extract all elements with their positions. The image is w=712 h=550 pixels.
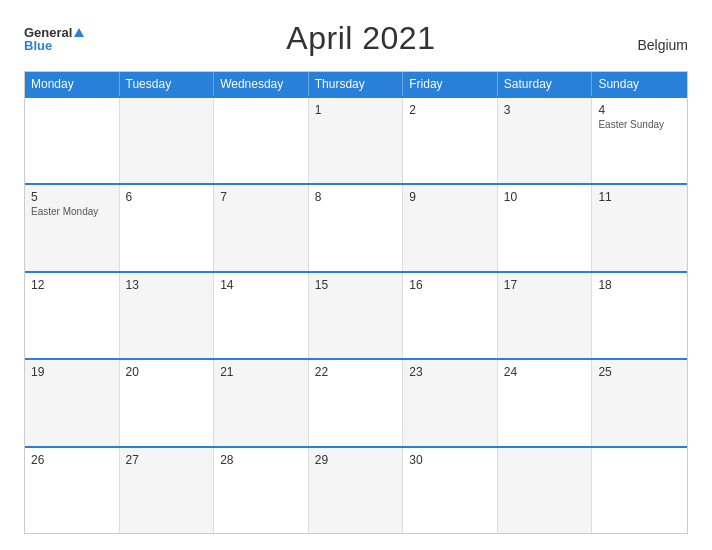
week-row-2: 5Easter Monday67891011 — [25, 183, 687, 270]
logo-triangle-icon — [74, 28, 84, 37]
day-number: 18 — [598, 278, 681, 292]
week-row-4: 19202122232425 — [25, 358, 687, 445]
day-header-saturday: Saturday — [498, 72, 593, 96]
day-number: 21 — [220, 365, 302, 379]
calendar-grid: MondayTuesdayWednesdayThursdayFridaySatu… — [24, 71, 688, 534]
day-number: 15 — [315, 278, 397, 292]
day-cell: 16 — [403, 273, 498, 358]
day-cell: 5Easter Monday — [25, 185, 120, 270]
day-cell — [25, 98, 120, 183]
day-number: 1 — [315, 103, 397, 117]
day-cell: 25 — [592, 360, 687, 445]
day-number: 4 — [598, 103, 681, 117]
day-cell: 9 — [403, 185, 498, 270]
day-cell — [498, 448, 593, 533]
logo: General Blue — [24, 26, 84, 52]
day-cell — [214, 98, 309, 183]
day-cell: 8 — [309, 185, 404, 270]
day-header-wednesday: Wednesday — [214, 72, 309, 96]
week-row-5: 2627282930 — [25, 446, 687, 533]
day-cell: 21 — [214, 360, 309, 445]
day-cell: 4Easter Sunday — [592, 98, 687, 183]
day-cell: 15 — [309, 273, 404, 358]
day-cell: 27 — [120, 448, 215, 533]
day-header-tuesday: Tuesday — [120, 72, 215, 96]
day-cell — [120, 98, 215, 183]
day-number: 19 — [31, 365, 113, 379]
day-cell: 13 — [120, 273, 215, 358]
week-row-1: 1234Easter Sunday — [25, 96, 687, 183]
week-row-3: 12131415161718 — [25, 271, 687, 358]
day-number: 29 — [315, 453, 397, 467]
day-cell: 23 — [403, 360, 498, 445]
day-cell — [592, 448, 687, 533]
day-cell: 26 — [25, 448, 120, 533]
day-cell: 1 — [309, 98, 404, 183]
day-number: 13 — [126, 278, 208, 292]
calendar-title: April 2021 — [286, 20, 435, 57]
day-number: 30 — [409, 453, 491, 467]
holiday-label: Easter Sunday — [598, 119, 681, 130]
day-number: 5 — [31, 190, 113, 204]
day-cell: 6 — [120, 185, 215, 270]
day-number: 16 — [409, 278, 491, 292]
day-number: 26 — [31, 453, 113, 467]
day-cell: 18 — [592, 273, 687, 358]
day-number: 11 — [598, 190, 681, 204]
day-cell: 30 — [403, 448, 498, 533]
day-number: 17 — [504, 278, 586, 292]
day-cell: 3 — [498, 98, 593, 183]
header: General Blue April 2021 Belgium — [24, 20, 688, 57]
day-number: 6 — [126, 190, 208, 204]
day-number: 23 — [409, 365, 491, 379]
day-header-sunday: Sunday — [592, 72, 687, 96]
day-cell: 12 — [25, 273, 120, 358]
day-number: 9 — [409, 190, 491, 204]
day-number: 27 — [126, 453, 208, 467]
holiday-label: Easter Monday — [31, 206, 113, 217]
day-cell: 20 — [120, 360, 215, 445]
logo-general-text: General — [24, 26, 72, 39]
day-cell: 11 — [592, 185, 687, 270]
day-cell: 14 — [214, 273, 309, 358]
day-number: 25 — [598, 365, 681, 379]
calendar-page: General Blue April 2021 Belgium MondayTu… — [0, 0, 712, 550]
calendar-body: 1234Easter Sunday5Easter Monday678910111… — [25, 96, 687, 533]
day-number: 14 — [220, 278, 302, 292]
day-number: 8 — [315, 190, 397, 204]
day-number: 28 — [220, 453, 302, 467]
day-cell: 28 — [214, 448, 309, 533]
day-number: 7 — [220, 190, 302, 204]
day-header-monday: Monday — [25, 72, 120, 96]
day-number: 3 — [504, 103, 586, 117]
country-label: Belgium — [637, 37, 688, 57]
day-number: 10 — [504, 190, 586, 204]
day-number: 12 — [31, 278, 113, 292]
day-cell: 2 — [403, 98, 498, 183]
day-cell: 19 — [25, 360, 120, 445]
logo-blue-text: Blue — [24, 39, 52, 52]
day-cell: 10 — [498, 185, 593, 270]
day-number: 24 — [504, 365, 586, 379]
day-header-friday: Friday — [403, 72, 498, 96]
day-number: 2 — [409, 103, 491, 117]
day-cell: 17 — [498, 273, 593, 358]
day-cell: 7 — [214, 185, 309, 270]
day-cell: 22 — [309, 360, 404, 445]
day-number: 20 — [126, 365, 208, 379]
day-number: 22 — [315, 365, 397, 379]
day-cell: 29 — [309, 448, 404, 533]
day-cell: 24 — [498, 360, 593, 445]
day-headers-row: MondayTuesdayWednesdayThursdayFridaySatu… — [25, 72, 687, 96]
day-header-thursday: Thursday — [309, 72, 404, 96]
